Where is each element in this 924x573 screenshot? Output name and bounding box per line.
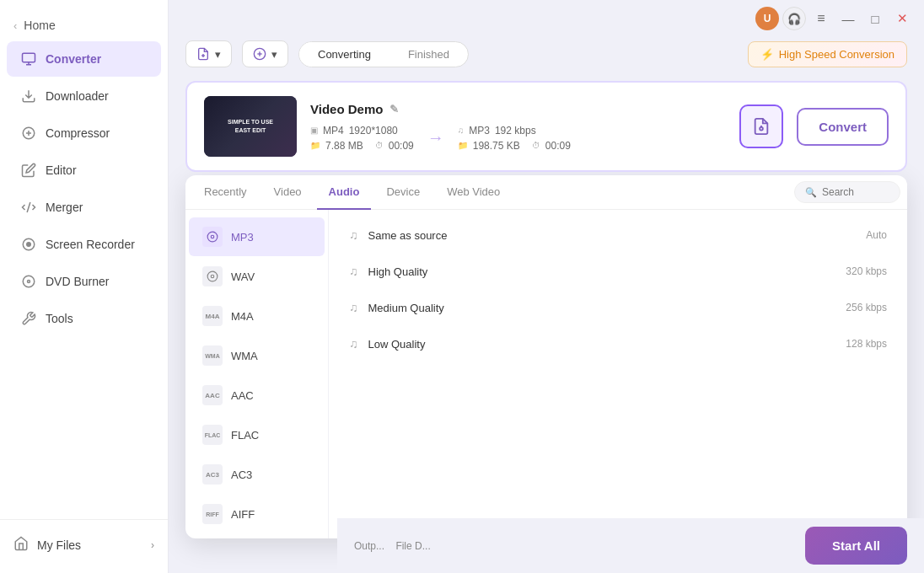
tab-device[interactable]: Device <box>374 175 432 210</box>
ac3-label: AC3 <box>231 469 252 481</box>
sidebar-item-my-files[interactable]: My Files › <box>0 527 168 563</box>
converter-icon <box>20 51 37 67</box>
format-aac[interactable]: AAC AAC <box>189 376 325 415</box>
quality-high[interactable]: ♫ High Quality 320 kbps <box>332 254 904 289</box>
format-m4a[interactable]: M4A M4A <box>189 297 325 335</box>
high-quality-label: High Quality <box>368 265 836 278</box>
dvd-burner-label: DVD Burner <box>46 275 109 288</box>
quality-medium[interactable]: ♫ Medium Quality 256 kbps <box>332 290 904 325</box>
support-button[interactable]: 🎧 <box>782 7 806 30</box>
format-search[interactable]: 🔍 <box>794 181 900 203</box>
svg-point-4 <box>23 276 35 287</box>
editor-label: Editor <box>46 163 77 177</box>
audio-format-icon: ♫ <box>458 126 465 135</box>
svg-point-5 <box>28 281 30 283</box>
finished-tab[interactable]: Finished <box>389 42 468 67</box>
wav-label: WAV <box>231 270 255 283</box>
input-resolution: 1920*1080 <box>349 125 398 137</box>
medium-quality-label: Medium Quality <box>368 302 836 314</box>
quality-options: ♫ Same as source Auto ♫ High Quality 320… <box>329 210 907 538</box>
sidebar-item-dvd-burner[interactable]: DVD Burner <box>7 264 161 299</box>
output-format: MP3 <box>469 125 490 137</box>
output-meta: ♫ MP3 192 kbps 📁 198.75 KB ⏱ 00:09 <box>458 125 571 152</box>
aac-icon: AAC <box>202 385 223 405</box>
topbar: ▾ ▾ Converting Finished ⚡ High Speed Con… <box>185 40 907 67</box>
close-button[interactable]: ✕ <box>890 7 914 30</box>
output-size-row: 📁 198.75 KB ⏱ 00:09 <box>458 140 571 152</box>
high-speed-button[interactable]: ⚡ High Speed Conversion <box>748 41 907 67</box>
search-icon: 🔍 <box>805 187 817 198</box>
format-wma[interactable]: WMA WMA <box>189 336 325 375</box>
menu-button[interactable]: ≡ <box>809 7 833 30</box>
format-ac3[interactable]: AC3 AC3 <box>189 455 325 494</box>
input-format-row: ▣ MP4 1920*1080 <box>310 125 414 137</box>
screen-recorder-label: Screen Recorder <box>46 238 135 251</box>
add-source-button[interactable]: ▾ <box>242 40 288 67</box>
edit-icon[interactable]: ✎ <box>389 103 399 115</box>
converting-tab[interactable]: Converting <box>299 42 389 67</box>
quality-low[interactable]: ♫ Low Quality 128 kbps <box>332 326 904 361</box>
format-search-input[interactable] <box>822 186 889 198</box>
wma-icon: WMA <box>202 345 223 366</box>
music-note-icon-1: ♫ <box>349 228 358 242</box>
mp3-icon <box>202 227 223 247</box>
maximize-button[interactable]: □ <box>863 7 887 30</box>
svg-point-14 <box>207 271 218 281</box>
output-folder-icon: 📁 <box>458 141 468 150</box>
bottom-info: Outp... File D... <box>354 540 431 552</box>
chevron-left-icon: ‹ <box>13 19 17 32</box>
output-format-row: ♫ MP3 192 kbps <box>458 125 571 137</box>
sidebar-item-editor[interactable]: Editor <box>7 153 161 188</box>
output-size: 198.75 KB <box>473 140 520 152</box>
start-all-button[interactable]: Start All <box>805 527 907 565</box>
aac-label: AAC <box>231 389 254 402</box>
tab-video[interactable]: Video <box>262 175 314 210</box>
convert-arrow-icon: → <box>427 128 444 147</box>
wav-icon <box>202 266 223 286</box>
minimize-button[interactable]: — <box>836 7 860 30</box>
compressor-icon <box>20 125 37 142</box>
tools-icon <box>20 310 37 327</box>
input-size-row: 📁 7.88 MB ⏱ 00:09 <box>310 140 414 152</box>
output-duration: 00:09 <box>545 140 571 152</box>
downloader-icon <box>20 88 37 104</box>
sidebar-item-merger[interactable]: Merger <box>7 190 161 225</box>
user-avatar[interactable]: U <box>755 7 779 30</box>
tab-audio[interactable]: Audio <box>317 175 372 210</box>
m4a-label: M4A <box>231 310 254 323</box>
format-aiff[interactable]: RIFF AIFF <box>189 495 325 533</box>
sidebar-item-tools[interactable]: Tools <box>7 301 161 336</box>
sidebar-item-converter[interactable]: Converter <box>7 41 161 77</box>
add-file-button[interactable]: ▾ <box>185 40 232 67</box>
music-note-icon-2: ♫ <box>349 265 358 278</box>
format-flac[interactable]: FLAC FLAC <box>189 415 325 454</box>
clock-icon: ⏱ <box>375 141 384 150</box>
format-mp3[interactable]: MP3 <box>189 217 325 256</box>
quality-same-as-source[interactable]: ♫ Same as source Auto <box>332 217 904 253</box>
folder-icon: 📁 <box>310 141 320 150</box>
sidebar-item-downloader[interactable]: Downloader <box>7 78 161 114</box>
ac3-icon: AC3 <box>202 464 223 485</box>
tab-web-video[interactable]: Web Video <box>435 175 512 210</box>
thumbnail-text: SIMPLE TO USEEAST EDIT <box>228 118 273 135</box>
sidebar-item-screen-recorder[interactable]: Screen Recorder <box>7 227 161 262</box>
svg-rect-0 <box>23 53 35 62</box>
aiff-label: AIFF <box>231 508 255 521</box>
sidebar-item-compressor[interactable]: Compressor <box>7 115 161 151</box>
add-file-chevron: ▾ <box>215 48 221 61</box>
compressor-label: Compressor <box>46 126 110 140</box>
convert-settings-button[interactable] <box>739 104 783 148</box>
format-wav[interactable]: WAV <box>189 257 325 296</box>
convert-button[interactable]: Convert <box>797 108 889 146</box>
flac-icon: FLAC <box>202 425 223 445</box>
mp3-label: MP3 <box>231 231 254 244</box>
output-path-label: Outp... <box>354 540 384 552</box>
screen-recorder-icon <box>20 236 37 253</box>
low-quality-value: 128 kbps <box>846 338 887 350</box>
topbar-right: ⚡ High Speed Conversion <box>748 41 907 67</box>
video-card: SIMPLE TO USEEAST EDIT Video Demo ✎ ▣ MP… <box>185 81 907 172</box>
editor-icon <box>20 162 37 179</box>
sidebar-home[interactable]: ‹ Home <box>0 10 168 40</box>
merger-icon <box>20 199 37 216</box>
tab-recently[interactable]: Recently <box>192 175 259 210</box>
